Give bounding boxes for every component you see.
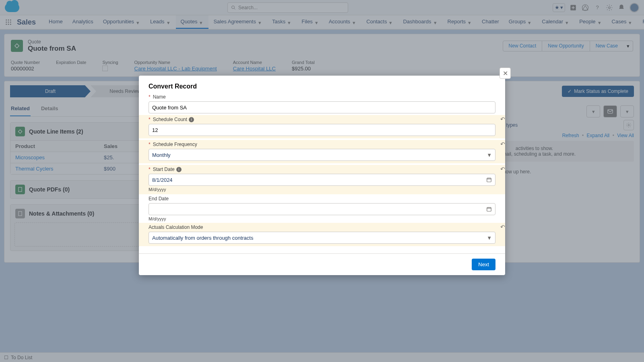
chevron-down-icon: ▼ — [487, 152, 492, 158]
end-date-label: End Date — [149, 196, 169, 202]
schedule-count-label: Schedule Count — [153, 117, 187, 122]
end-date-input[interactable] — [149, 203, 495, 215]
start-date-input[interactable]: 8/1/2024 — [149, 174, 495, 186]
start-date-hint: M/d/yyyy — [149, 187, 495, 192]
end-date-hint: M/d/yyyy — [149, 216, 495, 221]
name-label: Name — [153, 94, 166, 100]
schedule-count-input[interactable] — [149, 124, 495, 136]
undo-icon[interactable]: ↶ — [500, 141, 505, 147]
schedule-frequency-label: Schedule Frequency — [153, 142, 197, 147]
svg-rect-18 — [487, 178, 491, 182]
svg-rect-19 — [487, 208, 491, 211]
info-icon[interactable]: i — [176, 167, 182, 172]
start-date-label: Start Date — [153, 167, 175, 172]
calendar-icon — [486, 206, 492, 212]
name-input[interactable] — [149, 101, 495, 113]
modal-title: Convert Record — [139, 76, 505, 94]
actuals-label: Actuals Calculation Mode — [149, 224, 203, 230]
calendar-icon — [486, 177, 492, 183]
undo-icon[interactable]: ↶ — [500, 224, 505, 230]
info-icon[interactable]: i — [189, 117, 194, 122]
convert-record-modal: ✕ Convert Record *Name *Schedule Count i… — [139, 76, 505, 275]
schedule-frequency-select[interactable]: Monthly ▼ — [149, 149, 495, 161]
undo-icon[interactable]: ↶ — [500, 116, 505, 122]
undo-icon[interactable]: ↶ — [500, 166, 505, 172]
actuals-select[interactable]: Automatically from orders through contra… — [149, 232, 495, 244]
next-button[interactable]: Next — [472, 259, 495, 270]
modal-close-button[interactable]: ✕ — [500, 68, 511, 79]
chevron-down-icon: ▼ — [487, 235, 492, 241]
